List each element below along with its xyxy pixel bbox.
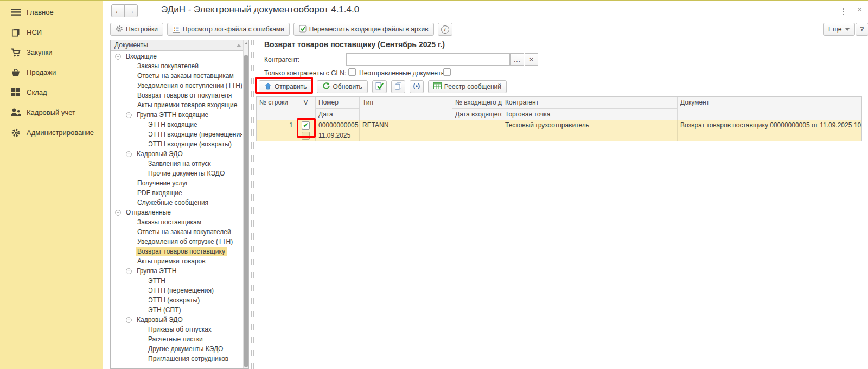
tree-item[interactable]: −Отправленные: [111, 208, 242, 217]
tree-item-label: ЭТТН (возвраты): [146, 295, 201, 305]
tree-item[interactable]: ЭТТН: [111, 276, 242, 286]
forward-button[interactable]: →: [124, 4, 138, 17]
sidebar-item-склад[interactable]: Склад: [0, 82, 103, 102]
settings-button[interactable]: Настройки: [110, 23, 163, 36]
check-all-button[interactable]: [372, 80, 387, 93]
tree-item[interactable]: Заказы покупателей: [111, 61, 242, 71]
tree-item[interactable]: ЭТТН входящие (перемещения): [111, 130, 242, 139]
tree-scrollbar-thumb[interactable]: [244, 55, 248, 367]
tree-item[interactable]: Заказы поставщикам: [111, 217, 242, 227]
unsent-checkbox[interactable]: [443, 68, 451, 76]
col-number[interactable]: НомерДата: [316, 97, 360, 120]
tree-item[interactable]: −Группа ЭТТН входящие: [111, 110, 242, 120]
row-checkbox[interactable]: ✔: [302, 121, 310, 130]
gln-filter-label: Только контрагенты с GLN:: [264, 69, 346, 77]
tree-item[interactable]: Получение услуг: [111, 178, 242, 188]
tree-item-label: Акты приемки товаров: [136, 256, 207, 266]
panel-splitter[interactable]: [251, 40, 254, 369]
collapse-minus-icon[interactable]: −: [126, 112, 132, 118]
tree-scrollbar[interactable]: [243, 40, 248, 368]
collapse-minus-icon[interactable]: −: [115, 210, 121, 216]
sidebar-item-кадровый-учет[interactable]: Кадровый учет: [0, 102, 103, 122]
tree-item[interactable]: PDF входящие: [111, 188, 242, 198]
tree-item[interactable]: Расчетные листки: [111, 334, 242, 344]
tree-item[interactable]: Возврат товаров от покупателя: [111, 90, 242, 100]
counterparty-select-button[interactable]: ...: [510, 53, 524, 66]
tree-item[interactable]: −Входящие: [111, 51, 242, 61]
tree-item[interactable]: Ответы на заказы покупателей: [111, 227, 242, 237]
row-sales-point: [502, 131, 677, 141]
counterparty-clear-button[interactable]: ×: [525, 53, 538, 66]
tree-item[interactable]: Акты приемки товаров входящие: [111, 100, 242, 110]
close-icon[interactable]: ×: [857, 5, 862, 15]
col-incoming[interactable]: № входящего до..Дата входящего ..: [452, 97, 502, 120]
tree-item-label: ЭТН (СПТ): [146, 305, 183, 315]
move-to-archive-button[interactable]: Переместить входящие файлы в архив: [293, 23, 434, 36]
tree-item-label: Группа ЭТТН входящие: [135, 110, 210, 120]
counterparty-input[interactable]: [346, 53, 510, 66]
window-menu-dots-icon[interactable]: [843, 7, 844, 16]
tree-item[interactable]: Заявления на отпуск: [111, 159, 242, 169]
sidebar-item-нси[interactable]: НСИ: [0, 22, 103, 42]
tree-item[interactable]: ЭТТН (перемещения): [111, 286, 242, 295]
tree-item[interactable]: Приглашения сотрудников: [111, 354, 242, 364]
info-button[interactable]: i: [438, 23, 452, 36]
tree-item-label: ЭТТН входящие (возвраты): [146, 139, 233, 149]
tree-item-label: Ответы на заказы покупателей: [136, 227, 233, 237]
tree-item[interactable]: ЭТТН входящие: [111, 120, 242, 130]
tree-item[interactable]: Уведомления о поступлении (ТТН): [111, 81, 242, 90]
back-button[interactable]: ←: [111, 4, 125, 17]
tree-item[interactable]: Возврат товаров поставщику: [111, 247, 242, 256]
table-header: № строки V НомерДата Тип № входящего до.…: [256, 96, 862, 120]
tree-item[interactable]: Уведомления об отгрузке (ТТН): [111, 237, 242, 247]
col-document[interactable]: Документ: [678, 97, 861, 120]
tree-item-label: Группа ЭТТН: [135, 266, 178, 276]
help-button[interactable]: ?: [856, 23, 868, 36]
col-line-no[interactable]: № строки: [257, 97, 296, 120]
sidebar-item-label: Кадровый учет: [27, 108, 75, 116]
message-registry-button[interactable]: Реестр сообщений: [428, 80, 507, 93]
tree-header[interactable]: Документы: [111, 40, 248, 51]
tree-item[interactable]: Акты приемки товаров: [111, 256, 242, 266]
collapse-minus-icon[interactable]: −: [126, 151, 132, 157]
refresh-button[interactable]: Обновить: [317, 80, 368, 93]
gear-icon: [10, 128, 21, 137]
collapse-minus-icon[interactable]: −: [126, 268, 132, 274]
tree-item[interactable]: Приказы об отпусках: [111, 325, 242, 334]
tree-item-label: Ответы на заказы поставщикам: [136, 71, 235, 81]
gln-checkbox[interactable]: [348, 68, 356, 76]
collapse-minus-icon[interactable]: −: [126, 317, 132, 323]
col-checkbox[interactable]: V: [296, 97, 316, 120]
scroll-up-icon[interactable]: [244, 42, 248, 46]
view-log-label: Просмотр лог-файла с ошибками: [183, 25, 284, 33]
sidebar-item-закупки[interactable]: Закупки: [0, 42, 103, 62]
tree-item[interactable]: −Кадровый ЭДО: [111, 315, 242, 325]
more-button[interactable]: Еще: [823, 23, 855, 36]
chevron-down-icon: [845, 28, 850, 31]
tree-item-label: Заказы покупателей: [136, 61, 200, 71]
col-counterparty[interactable]: КонтрагентТорговая точка: [502, 97, 678, 120]
sidebar-item-администрирование[interactable]: Администрирование: [0, 122, 103, 143]
col-type[interactable]: Тип: [360, 97, 452, 120]
tree-item[interactable]: −Группа ЭТТН: [111, 266, 242, 276]
collapse-minus-icon[interactable]: −: [115, 54, 121, 60]
tree-item[interactable]: Другие документы КЭДО: [111, 344, 242, 354]
tree-header-label: Документы: [114, 41, 148, 49]
sidebar-item-главное[interactable]: Главное: [0, 2, 103, 22]
copy-button[interactable]: [391, 80, 405, 93]
row-checkbox-secondary[interactable]: [302, 132, 310, 140]
tree-item[interactable]: ЭТТН входящие (возвраты): [111, 139, 242, 149]
table-row[interactable]: 1 ✔ 0000000000511.09.2025 RETANN Тестовы…: [256, 120, 862, 141]
tree-item[interactable]: ЭТТН (возвраты): [111, 295, 242, 305]
send-button[interactable]: Отправить: [259, 80, 312, 93]
tree-item-label: Получение услуг: [136, 178, 190, 188]
sidebar-item-продажи[interactable]: Продажи: [0, 62, 103, 82]
tree-item[interactable]: −Кадровый ЭДО: [111, 149, 242, 159]
tree-item[interactable]: ЭТН (СПТ): [111, 305, 242, 315]
send-label: Отправить: [275, 83, 307, 90]
tree-item[interactable]: Прочие документы КЭДО: [111, 169, 242, 178]
view-log-button[interactable]: Просмотр лог-файла с ошибками: [167, 23, 290, 36]
tree-item[interactable]: Служебные сообщения: [111, 198, 242, 208]
tree-item[interactable]: Ответы на заказы поставщикам: [111, 71, 242, 81]
signal-button[interactable]: [410, 80, 424, 93]
